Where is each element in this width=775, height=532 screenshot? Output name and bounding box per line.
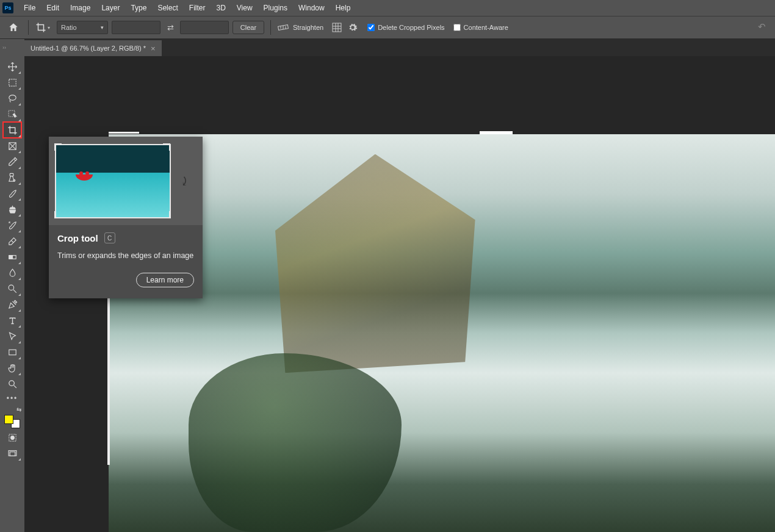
move-tool[interactable] [3,59,21,74]
object-selection-tool[interactable] [3,106,21,122]
svg-rect-19 [9,255,12,259]
svg-rect-9 [9,79,15,85]
gradient-tool[interactable] [3,249,21,265]
menu-3d[interactable]: 3D [211,1,231,15]
canvas-area[interactable]: ⤸ Crop tool C Trims or expands the edges… [24,56,775,532]
screen-mode-tool[interactable] [3,445,21,461]
quick-mask-tool[interactable] [3,430,21,445]
eraser-tool[interactable] [3,233,21,249]
svg-line-24 [13,385,16,387]
menu-view[interactable]: View [231,1,258,15]
crop-tool[interactable] [3,122,21,138]
tab-close-icon[interactable]: × [151,44,156,53]
straighten-icon[interactable] [277,21,289,34]
panel-expand-button[interactable]: ›› [0,40,9,55]
lasso-tool[interactable] [3,90,21,106]
menu-bar: Ps File Edit Image Layer Type Select Fil… [0,0,775,16]
tooltip-preview: ⤸ [49,137,203,225]
foreground-color-chip[interactable] [4,415,13,424]
svg-point-10 [9,95,15,100]
menu-help[interactable]: Help [330,1,356,15]
zoom-tool[interactable] [3,376,21,392]
document-tab[interactable]: Untitled-1 @ 66.7% (Layer 2, RGB/8) * × [24,40,162,56]
type-tool[interactable] [3,312,21,328]
svg-point-20 [9,285,14,290]
document-tab-row: ›› Untitled-1 @ 66.7% (Layer 2, RGB/8) *… [0,39,775,56]
tooltip-title: Crop tool [57,233,98,243]
menu-edit[interactable]: Edit [41,1,65,15]
home-button[interactable] [5,19,22,36]
preview-boat-graphic [76,174,93,181]
tab-title: Untitled-1 @ 66.7% (Layer 2, RGB/8) * [31,45,146,52]
edit-toolbar-button[interactable]: ••• [7,392,18,405]
menu-file[interactable]: File [18,1,41,15]
svg-rect-4 [333,23,341,32]
chevron-down-icon: ▾ [48,25,52,31]
chevron-down-icon: ▾ [101,24,104,31]
color-chips[interactable] [3,414,21,430]
tool-tooltip: ⤸ Crop tool C Trims or expands the edges… [49,137,203,298]
path-selection-tool[interactable] [3,328,21,344]
tooltip-shortcut: C [104,232,115,243]
overlay-grid-icon[interactable] [331,21,343,34]
frame-tool[interactable] [3,138,21,154]
menu-select[interactable]: Select [152,1,183,15]
healing-brush-tool[interactable] [3,170,21,185]
content-aware-checkbox[interactable]: Content-Aware [453,24,508,31]
ratio-label: Ratio [61,24,77,31]
straighten-label[interactable]: Straighten [293,24,323,31]
separator [28,20,29,35]
brush-tool[interactable] [3,185,21,201]
svg-rect-28 [10,451,15,455]
app-logo: Ps [2,2,13,13]
delete-cropped-checkbox[interactable]: Delete Cropped Pixels [367,24,444,31]
tools-panel: ••• ⇆ [0,56,24,532]
menu-window[interactable]: Window [293,1,330,15]
menu-image[interactable]: Image [65,1,96,15]
reset-crop-icon[interactable]: ↶ [758,21,770,34]
menu-layer[interactable]: Layer [96,1,125,15]
canvas-image[interactable] [109,134,775,532]
hand-tool[interactable] [3,360,21,376]
swap-colors-icon[interactable]: ⇆ [3,405,21,414]
menu-plugins[interactable]: Plugins [258,1,293,15]
separator [270,20,271,35]
content-aware-input[interactable] [453,24,461,31]
dodge-tool[interactable] [3,281,21,297]
svg-line-21 [13,289,16,292]
crop-options-gear-icon[interactable] [347,21,359,34]
pen-tool[interactable] [3,297,21,312]
crop-tool-preset[interactable]: ▾ [35,20,53,35]
eyedropper-tool[interactable] [3,154,21,170]
svg-point-26 [10,436,14,439]
delete-cropped-input[interactable] [367,24,375,31]
swap-dimensions-button[interactable]: ⇄ [164,21,176,34]
options-bar: ▾ Ratio ▾ ⇄ Clear Straighten Delete Crop… [0,16,775,39]
history-brush-tool[interactable] [3,217,21,233]
svg-line-17 [11,240,13,243]
rectangle-tool[interactable] [3,344,21,360]
learn-more-button[interactable]: Learn more [136,273,194,287]
tooltip-description: Trims or expands the edges of an image [57,251,194,262]
clear-button[interactable]: Clear [232,21,264,34]
tooltip-preview-image [55,144,171,218]
svg-point-23 [9,380,13,386]
menu-type[interactable]: Type [125,1,152,15]
crop-height-input[interactable] [180,21,229,34]
menu-filter[interactable]: Filter [184,1,211,15]
crop-width-input[interactable] [112,21,160,34]
rotate-arrow-icon: ⤸ [179,174,190,189]
clone-stamp-tool[interactable] [3,201,21,217]
ratio-dropdown[interactable]: Ratio ▾ [57,21,108,34]
svg-rect-15 [10,173,13,176]
svg-rect-22 [9,350,15,355]
blur-tool[interactable] [3,265,21,281]
marquee-tool[interactable] [3,74,21,90]
